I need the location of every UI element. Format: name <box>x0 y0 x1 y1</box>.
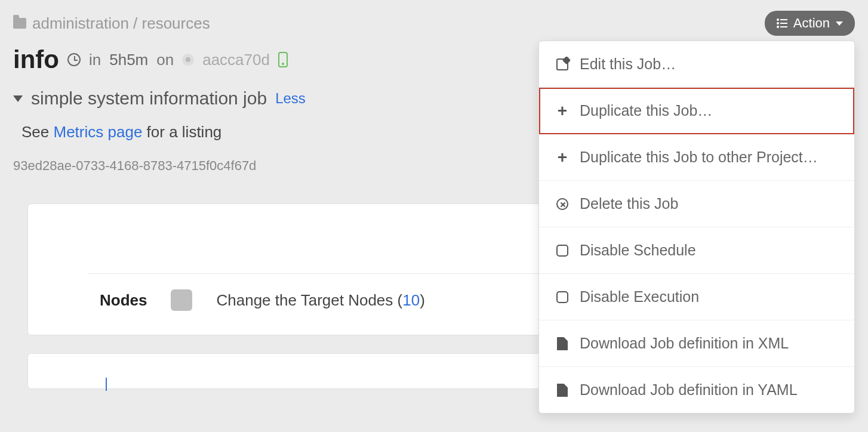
schedule-prefix: in <box>89 51 101 69</box>
metrics-suffix: for a listing <box>147 123 222 141</box>
node-label[interactable]: aacca70d <box>202 51 270 69</box>
action-button-label: Action <box>793 16 830 31</box>
disclosure-triangle-icon[interactable] <box>13 95 23 102</box>
metrics-link[interactable]: Metrics page <box>54 123 143 141</box>
menu-download-xml-label: Download Job definition in XML <box>580 335 789 352</box>
square-icon <box>555 291 570 303</box>
action-dropdown-menu: Edit this Job… + Duplicate this Job… + D… <box>538 41 855 414</box>
menu-duplicate-label: Duplicate this Job… <box>580 102 712 119</box>
menu-download-yaml-label: Download Job definition in YAML <box>580 381 798 399</box>
menu-delete-job[interactable]: Delete this Job <box>539 181 854 227</box>
job-description: simple system information job <box>31 88 267 109</box>
action-dropdown-button[interactable]: Action <box>765 11 855 36</box>
less-link[interactable]: Less <box>275 90 306 107</box>
job-title: info <box>13 45 59 74</box>
list-icon <box>777 19 787 27</box>
nodes-label: Nodes <box>100 291 147 310</box>
file-icon <box>555 384 570 397</box>
target-count-link[interactable]: 10 <box>402 291 420 309</box>
mobile-icon <box>278 52 288 67</box>
menu-duplicate-other-project[interactable]: + Duplicate this Job to other Project… <box>539 134 854 181</box>
change-prefix: Change the Target Nodes ( <box>216 291 402 309</box>
menu-disable-execution-label: Disable Execution <box>580 288 699 306</box>
schedule-time: 5h5m <box>109 51 148 69</box>
file-icon <box>555 337 570 350</box>
folder-icon <box>13 18 26 29</box>
change-target-text: Change the Target Nodes (10) <box>216 291 424 310</box>
schedule-on: on <box>156 51 174 69</box>
caret-down-icon <box>836 21 843 26</box>
menu-disable-schedule-label: Disable Schedule <box>580 242 696 259</box>
menu-delete-label: Delete this Job <box>580 195 678 212</box>
text-cursor <box>106 378 107 391</box>
breadcrumb[interactable]: administration / resources <box>13 14 210 33</box>
edit-icon <box>555 58 570 70</box>
square-icon <box>555 245 570 257</box>
menu-edit-label: Edit this Job… <box>580 55 676 73</box>
breadcrumb-row: administration / resources Action <box>13 11 855 36</box>
delete-icon <box>555 198 570 210</box>
change-target-checkbox[interactable] <box>171 289 192 311</box>
menu-download-xml[interactable]: Download Job definition in XML <box>539 320 854 367</box>
menu-disable-execution[interactable]: Disable Execution <box>539 274 854 320</box>
metrics-prefix: See <box>21 123 49 141</box>
clock-icon <box>67 53 81 66</box>
menu-duplicate-other-label: Duplicate this Job to other Project… <box>580 149 818 166</box>
menu-edit-job[interactable]: Edit this Job… <box>539 41 854 88</box>
menu-download-yaml[interactable]: Download Job definition in YAML <box>539 367 854 413</box>
node-dot-icon <box>182 54 194 66</box>
plus-icon: + <box>555 152 570 163</box>
breadcrumb-text: administration / resources <box>32 14 210 33</box>
menu-disable-schedule[interactable]: Disable Schedule <box>539 227 854 274</box>
plus-icon: + <box>555 105 570 117</box>
menu-duplicate-job[interactable]: + Duplicate this Job… <box>539 88 854 134</box>
change-suffix: ) <box>420 291 425 309</box>
